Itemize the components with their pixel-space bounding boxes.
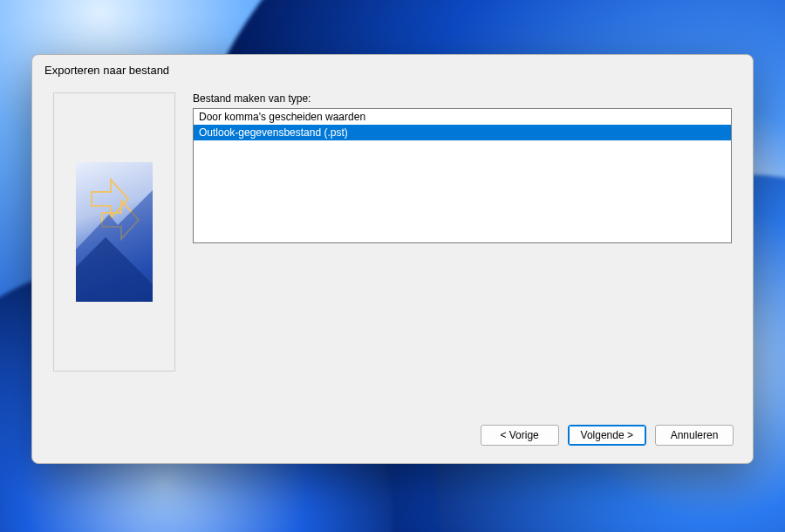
next-button[interactable]: Volgende > <box>568 425 646 446</box>
list-item[interactable]: Door komma's gescheiden waarden <box>194 109 731 125</box>
file-type-label: Bestand maken van type: <box>193 92 732 105</box>
back-button[interactable]: < Vorige <box>481 425 559 446</box>
wizard-graphic <box>76 162 153 302</box>
export-wizard-dialog: Exporteren naar bestand Bestand maken va… <box>31 54 754 464</box>
dialog-title: Exporteren naar bestand <box>32 55 753 80</box>
arrows-icon <box>76 162 153 302</box>
file-type-listbox[interactable]: Door komma's gescheiden waardenOutlook-g… <box>193 108 732 243</box>
list-item[interactable]: Outlook-gegevensbestand (.pst) <box>194 125 731 140</box>
cancel-button[interactable]: Annuleren <box>655 425 734 446</box>
wizard-graphic-panel <box>53 92 175 372</box>
wizard-button-row: < Vorige Volgende > Annuleren <box>32 413 753 463</box>
